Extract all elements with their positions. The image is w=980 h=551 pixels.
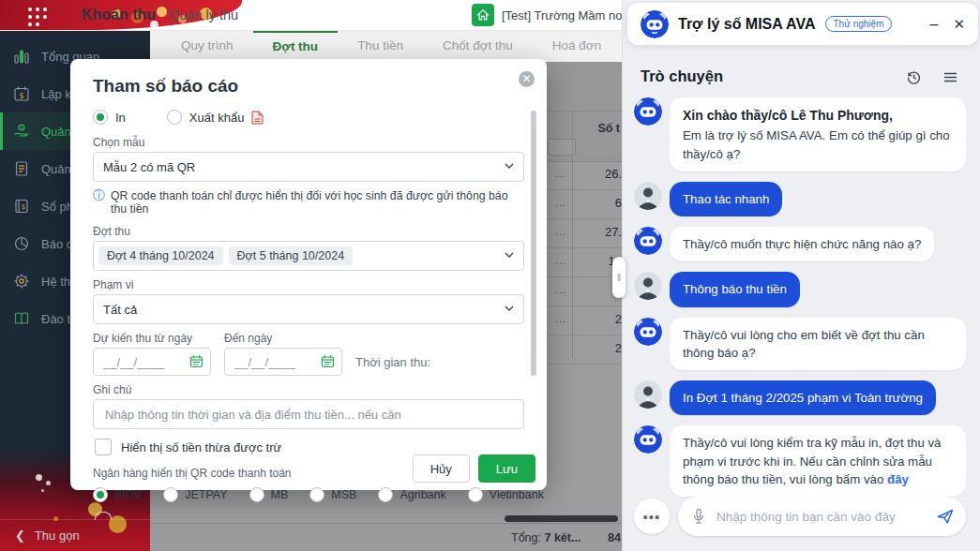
date-to-field[interactable] [224, 348, 342, 376]
ava-bot-avatar [641, 10, 669, 38]
template-label: Chọn mẫu [93, 136, 524, 149]
bot-avatar [634, 425, 662, 454]
radio-export-label[interactable]: Xuất khẩu [189, 111, 245, 125]
date-from-label: Dự kiến thu từ ngày [93, 332, 211, 345]
module-title[interactable]: Khoản thu [82, 7, 156, 23]
bar-chart-icon [13, 48, 30, 65]
chat-message-user: Thông báo thu tiền [634, 272, 966, 306]
chat-message-bot: Thầy/cô vui lòng cho em biết về đợt thu … [634, 318, 966, 371]
ava-assistant-panel: Trợ lý số MISA AVA Thử nghiệm – ✕ Trò ch… [622, 0, 980, 551]
more-options-button[interactable]: ••• [634, 499, 670, 534]
radio-print[interactable] [93, 110, 108, 125]
close-icon[interactable]: ✕ [953, 16, 965, 33]
bank-option-jetpay[interactable]: JETPAY [163, 487, 227, 502]
template-select[interactable]: Mẫu 2 có mã QR [93, 152, 524, 182]
user-bubble: In Đợt 1 tháng 2/2025 phạm vi Toàn trườn… [670, 380, 936, 415]
chat-message-bot: Xin chào thầy/cô Lê Thu Phương, Em là tr… [634, 97, 966, 171]
bank-option-vietinbank[interactable]: Vietinbank [468, 487, 544, 502]
ledger-icon: $ [13, 198, 30, 215]
qr-note: ⓘ QR code thanh toán chỉ được hiển thị đ… [93, 189, 524, 216]
date-to-input[interactable] [233, 354, 311, 370]
user-avatar [634, 380, 662, 409]
pdf-file-icon [251, 111, 264, 125]
bot-bubble: Thầy/cô vui lòng kiểm tra kỹ mẫu in, đợt… [670, 425, 966, 497]
batch-select[interactable]: Đợt 4 tháng 10/2024 Đợt 5 tháng 10/2024 [93, 241, 524, 271]
batch-label: Đợt thu [93, 225, 524, 238]
chat-message-bot: Thầy/cô vui lòng kiểm tra kỹ mẫu in, đợt… [634, 425, 966, 497]
note-field[interactable] [93, 399, 524, 429]
radio-jetpay[interactable] [163, 487, 178, 502]
beta-badge: Thử nghiệm [825, 16, 893, 32]
edit-template-link[interactable]: đây [887, 472, 909, 486]
hand-coins-icon: $ [13, 123, 30, 140]
chat-text-input[interactable] [715, 509, 927, 525]
cancel-button[interactable]: Hủy [413, 454, 470, 483]
bot-avatar [634, 97, 662, 126]
chat-messages: Xin chào thầy/cô Lê Thu Phương, Em là tr… [634, 97, 966, 497]
surplus-checkbox[interactable] [95, 439, 112, 455]
chevron-down-icon [504, 303, 515, 314]
date-from-field[interactable] [93, 348, 211, 376]
tab-quy-trinh[interactable]: Quy trình [161, 30, 253, 62]
collapse-label: Thu gọn [35, 529, 80, 543]
microphone-icon[interactable] [691, 508, 706, 525]
calendar-icon[interactable] [321, 354, 335, 368]
bank-option-mb[interactable]: MB [249, 487, 289, 502]
batch-chip[interactable]: Đợt 4 tháng 10/2024 [98, 246, 223, 265]
bot-avatar [634, 318, 662, 346]
menu-icon[interactable] [942, 69, 958, 85]
home-icon[interactable] [472, 4, 494, 26]
app-grid-icon[interactable] [28, 7, 32, 11]
minimize-icon[interactable]: – [930, 20, 939, 29]
scope-select[interactable]: Tất cả [93, 294, 524, 324]
open-book-icon [13, 310, 30, 327]
time-note: Thời gian thu: [355, 355, 430, 376]
send-icon[interactable] [936, 507, 955, 526]
bank-option-bidv[interactable]: BIDV [93, 487, 142, 502]
note-input[interactable] [103, 407, 514, 423]
radio-export[interactable] [167, 110, 182, 125]
bot-bubble: Thầy/cô muốn thực hiện chức năng nào ạ? [670, 227, 934, 261]
panel-resize-handle[interactable]: ‖ [612, 257, 626, 298]
history-icon[interactable] [906, 69, 922, 85]
chat-message-bot: Thầy/cô muốn thực hiện chức năng nào ạ? [634, 227, 966, 261]
user-bubble: Thông báo thu tiền [670, 272, 800, 306]
tab-dot-thu[interactable]: Đợt thu [253, 30, 339, 62]
radio-bidv[interactable] [93, 487, 108, 502]
modal-scrollbar[interactable] [531, 111, 536, 376]
calendar-icon[interactable] [189, 354, 204, 368]
bank-option-msb[interactable]: MSB [309, 487, 356, 502]
chevron-down-icon [504, 249, 515, 261]
chat-input-field[interactable] [678, 497, 966, 536]
tab-chot-dot-thu[interactable]: Chốt đợt thu [423, 30, 533, 62]
radio-agribank[interactable] [378, 487, 393, 502]
batch-chip[interactable]: Đợt 5 tháng 10/2024 [229, 246, 354, 265]
save-button[interactable]: Lưu [478, 454, 535, 483]
surplus-checkbox-label[interactable]: Hiển thị số tiền thừa được trừ [121, 440, 281, 454]
date-from-input[interactable] [101, 354, 180, 370]
radio-mb[interactable] [249, 487, 264, 502]
submodule-title[interactable]: Quản lý thu [169, 7, 238, 22]
user-avatar [634, 272, 662, 300]
close-icon[interactable]: ✕ [519, 71, 535, 87]
svg-text:$: $ [19, 92, 23, 100]
user-avatar [634, 182, 662, 210]
calendar-money-icon: $ [13, 85, 30, 102]
user-bubble: Thao tác nhanh [670, 182, 782, 216]
bank-option-agribank[interactable]: Agribank [378, 487, 445, 502]
chat-section-title: Trò chuyện [641, 67, 723, 85]
document-icon [13, 160, 30, 177]
chat-input-row: ••• [634, 497, 966, 536]
chat-message-user: In Đợt 1 tháng 2/2025 phạm vi Toàn trườn… [634, 380, 966, 415]
tab-hoa-don[interactable]: Hoá đơn [533, 30, 621, 62]
sidebar-collapse-button[interactable]: ❮ Thu gọn [0, 519, 150, 551]
chevron-down-icon [504, 160, 515, 171]
chat-header: Trợ lý số MISA AVA Thử nghiệm – ✕ [627, 3, 978, 45]
date-to-label: Đến ngày [224, 332, 342, 345]
radio-msb[interactable] [309, 487, 324, 502]
radio-print-label[interactable]: In [115, 111, 126, 125]
tab-thu-tien[interactable]: Thu tiền [338, 30, 423, 62]
chevron-left-icon: ❮ [15, 529, 25, 543]
radio-vietinbank[interactable] [468, 487, 483, 502]
chat-message-user: Thao tác nhanh [634, 182, 966, 216]
